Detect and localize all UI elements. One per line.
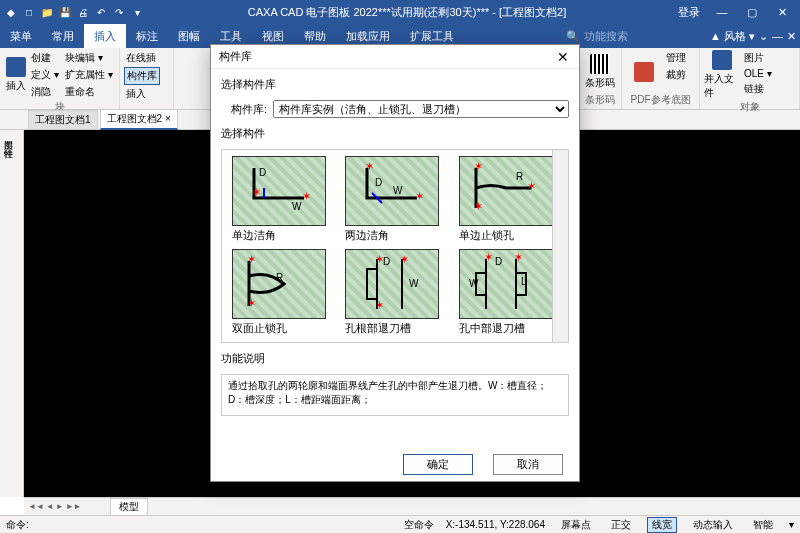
qat-save-icon[interactable]: 💾: [58, 5, 72, 19]
component-item[interactable]: DW✶✶ 两边洁角: [345, 156, 444, 243]
svg-text:D: D: [375, 177, 382, 188]
cmd-value: 空命令: [404, 518, 434, 532]
insert-block-button[interactable]: 插入: [4, 50, 27, 100]
app-icon: ◆: [4, 5, 18, 19]
status-dropdown-icon[interactable]: ▾: [789, 519, 794, 530]
lib-label: 构件库:: [231, 102, 267, 117]
ext-attr[interactable]: 扩充属性 ▾: [63, 67, 115, 83]
title-bar: ◆ □ 📁 💾 🖨 ↶ ↷ ▾ CAXA CAD 电子图板 2022***试用期…: [0, 0, 800, 24]
svg-text:✶: ✶: [474, 200, 483, 212]
tab-menu[interactable]: 菜单: [0, 24, 42, 48]
svg-text:W: W: [469, 278, 479, 289]
qat-print-icon[interactable]: 🖨: [76, 5, 90, 19]
ribbon-close-icon[interactable]: ✕: [787, 30, 796, 43]
close-button[interactable]: ✕: [768, 2, 796, 22]
svg-text:✶: ✶: [302, 190, 311, 202]
tab-insert[interactable]: 插入: [84, 24, 126, 48]
maximize-button[interactable]: ▢: [738, 2, 766, 22]
dialog-close-icon[interactable]: ✕: [555, 49, 571, 65]
style-dropdown[interactable]: ▲ 风格 ▾: [710, 29, 755, 44]
pdf-button[interactable]: [626, 50, 662, 93]
hide-block[interactable]: 消隐: [29, 84, 61, 100]
svg-text:R: R: [276, 272, 283, 283]
svg-text:W: W: [292, 201, 302, 212]
ribbon-help-icon[interactable]: —: [772, 30, 783, 42]
component-item[interactable]: DW✶✶✶ 孔根部退刀槽: [345, 249, 444, 336]
define-block[interactable]: 定义 ▾: [29, 67, 61, 83]
link-button[interactable]: 链接: [742, 81, 774, 97]
left-sidebar: 图层 特性: [0, 130, 24, 497]
linewidth-toggle[interactable]: 线宽: [647, 517, 677, 533]
svg-text:D: D: [495, 256, 502, 267]
section-select-lib: 选择构件库: [221, 77, 569, 92]
screen-point[interactable]: 屏幕点: [557, 518, 595, 532]
svg-text:✶: ✶: [375, 299, 384, 311]
dialog-title: 构件库: [219, 49, 252, 64]
rename-block[interactable]: 重命名: [63, 84, 115, 100]
minimize-button[interactable]: —: [708, 2, 736, 22]
image-button[interactable]: 图片: [742, 50, 774, 66]
component-item[interactable]: DWL✶✶ 孔中部退刀槽: [459, 249, 558, 336]
quick-access-toolbar: ◆ □ 📁 💾 🖨 ↶ ↷ ▾: [4, 5, 144, 19]
svg-text:✶: ✶: [365, 160, 374, 172]
svg-text:✶: ✶: [527, 180, 536, 192]
tab-close-icon[interactable]: ×: [165, 113, 171, 124]
lib-select[interactable]: 构件库实例（洁角、止锁孔、退刀槽）: [273, 100, 569, 118]
dyn-input-toggle[interactable]: 动态输入: [689, 518, 737, 532]
online-insert[interactable]: 在线插: [124, 50, 160, 66]
search-placeholder[interactable]: 🔍 功能搜索: [566, 29, 627, 44]
ortho-toggle[interactable]: 正交: [607, 518, 635, 532]
qat-dropdown-icon[interactable]: ▾: [130, 5, 144, 19]
component-grid: DW✶✶ 单边洁角 DW✶✶ 两边洁角 R✶✶✶ 单边止锁孔 R✶✶ 双面止锁孔…: [221, 149, 569, 343]
tab-annotate[interactable]: 标注: [126, 24, 168, 48]
svg-text:✶: ✶: [247, 253, 256, 265]
ok-button[interactable]: 确定: [403, 454, 473, 475]
tab-frame[interactable]: 图幅: [168, 24, 210, 48]
pdf-clip[interactable]: 裁剪: [664, 67, 688, 83]
sheet-bar: ◄◄◄►►► 模型: [24, 497, 800, 515]
doc-tab-2[interactable]: 工程图文档2 ×: [100, 109, 178, 130]
grid-scrollbar[interactable]: [552, 150, 568, 342]
tab-common[interactable]: 常用: [42, 24, 84, 48]
cmd-label: 命令:: [6, 518, 29, 532]
svg-text:D: D: [259, 167, 266, 178]
pdf-manage[interactable]: 管理: [664, 50, 688, 66]
qat-redo-icon[interactable]: ↷: [112, 5, 126, 19]
coords: X:-134.511, Y:228.064: [446, 519, 545, 530]
svg-text:✶: ✶: [484, 251, 493, 263]
qat-undo-icon[interactable]: ↶: [94, 5, 108, 19]
sidebar-props[interactable]: 特性: [0, 138, 17, 146]
svg-text:W: W: [393, 185, 403, 196]
description-text: 通过拾取孔的两轮廓和端面界线产生孔的中部产生退刀槽。W：槽直径；D：槽深度；L：…: [221, 374, 569, 416]
qat-new-icon[interactable]: □: [22, 5, 36, 19]
ole-button[interactable]: OLE ▾: [742, 67, 774, 80]
svg-text:✶: ✶: [415, 190, 424, 202]
component-item[interactable]: DW✶✶ 单边洁角: [232, 156, 331, 243]
svg-text:✶: ✶: [474, 160, 483, 172]
window-title: CAXA CAD 电子图板 2022***试用期(还剩30天)*** - [工程…: [144, 5, 670, 20]
component-item[interactable]: R✶✶✶ 单边止锁孔: [459, 156, 558, 243]
barcode-button[interactable]: 条形码: [582, 50, 617, 93]
smart-toggle[interactable]: 智能: [749, 518, 777, 532]
component-lib[interactable]: 构件库: [124, 67, 160, 85]
merge-file-button[interactable]: 并入文件: [704, 50, 740, 100]
login-link[interactable]: 登录: [670, 5, 708, 20]
component-library-dialog: 构件库 ✕ 选择构件库 构件库: 构件库实例（洁角、止锁孔、退刀槽） 选择构件 …: [210, 44, 580, 482]
insert-item[interactable]: 插入: [124, 86, 160, 102]
svg-text:✶: ✶: [400, 253, 409, 265]
svg-text:✶: ✶: [375, 253, 384, 265]
svg-text:D: D: [383, 256, 390, 267]
cancel-button[interactable]: 取消: [493, 454, 563, 475]
block-edit[interactable]: 块编辑 ▾: [63, 50, 115, 66]
sheet-model[interactable]: 模型: [110, 498, 148, 516]
sidebar-layers[interactable]: 图层: [0, 130, 17, 138]
component-item[interactable]: R✶✶ 双面止锁孔: [232, 249, 331, 336]
section-desc: 功能说明: [221, 351, 569, 366]
create-block[interactable]: 创建: [29, 50, 61, 66]
ribbon-min-icon[interactable]: ⌄: [759, 30, 768, 43]
qat-open-icon[interactable]: 📁: [40, 5, 54, 19]
window-controls: — ▢ ✕: [708, 2, 796, 22]
doc-tab-1[interactable]: 工程图文档1: [28, 110, 98, 130]
svg-text:L: L: [521, 276, 527, 287]
section-select-comp: 选择构件: [221, 126, 569, 141]
